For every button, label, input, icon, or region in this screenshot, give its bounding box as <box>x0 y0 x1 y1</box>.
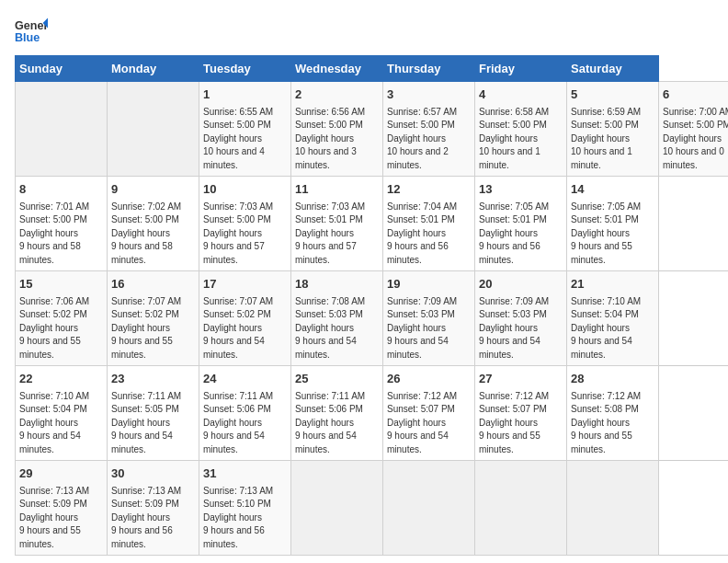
calendar-table: SundayMondayTuesdayWednesdayThursdayFrid… <box>15 55 728 556</box>
calendar-cell: 26Sunrise: 7:12 AMSunset: 5:07 PMDayligh… <box>383 366 475 461</box>
day-number: 26 <box>387 371 471 387</box>
calendar-cell: 9Sunrise: 7:02 AMSunset: 5:00 PMDaylight… <box>108 177 199 271</box>
calendar-cell: 13Sunrise: 7:05 AMSunset: 5:01 PMDayligh… <box>475 177 567 271</box>
calendar-cell: 28Sunrise: 7:12 AMSunset: 5:08 PMDayligh… <box>567 366 659 461</box>
calendar-cell: 5Sunrise: 6:59 AMSunset: 5:00 PMDaylight… <box>567 82 659 177</box>
calendar-cell: 20Sunrise: 7:09 AMSunset: 5:03 PMDayligh… <box>475 271 567 366</box>
weekday-header: Tuesday <box>199 56 291 82</box>
weekday-header: Friday <box>475 56 567 82</box>
day-number: 18 <box>295 276 379 293</box>
calendar-cell <box>475 461 567 556</box>
day-info: Sunrise: 7:03 AMSunset: 5:01 PMDaylight … <box>295 201 365 265</box>
day-info: Sunrise: 7:04 AMSunset: 5:01 PMDaylight … <box>387 201 457 265</box>
day-number: 1 <box>203 86 287 103</box>
calendar-cell: 3Sunrise: 6:57 AMSunset: 5:00 PMDaylight… <box>383 82 475 177</box>
day-number: 28 <box>571 371 654 387</box>
day-info: Sunrise: 7:02 AMSunset: 5:00 PMDaylight … <box>111 201 181 265</box>
day-number: 3 <box>387 86 471 103</box>
day-info: Sunrise: 7:12 AMSunset: 5:08 PMDaylight … <box>571 391 641 454</box>
calendar-cell: 15Sunrise: 7:06 AMSunset: 5:02 PMDayligh… <box>16 271 108 366</box>
day-info: Sunrise: 6:56 AMSunset: 5:00 PMDaylight … <box>295 107 365 170</box>
calendar-cell: 14Sunrise: 7:05 AMSunset: 5:01 PMDayligh… <box>567 177 659 271</box>
day-info: Sunrise: 6:58 AMSunset: 5:00 PMDaylight … <box>479 107 549 170</box>
day-info: Sunrise: 7:05 AMSunset: 5:01 PMDaylight … <box>571 201 641 265</box>
weekday-header: Monday <box>108 56 199 82</box>
day-number: 6 <box>663 86 728 103</box>
day-number: 2 <box>295 86 379 103</box>
calendar-cell: 29Sunrise: 7:13 AMSunset: 5:09 PMDayligh… <box>16 461 108 556</box>
day-number: 24 <box>203 371 287 387</box>
day-number: 13 <box>479 181 563 198</box>
calendar-cell: 10Sunrise: 7:03 AMSunset: 5:00 PMDayligh… <box>199 177 291 271</box>
calendar-cell: 17Sunrise: 7:07 AMSunset: 5:02 PMDayligh… <box>199 271 291 366</box>
day-number: 31 <box>203 465 287 482</box>
calendar-cell: 31Sunrise: 7:13 AMSunset: 5:10 PMDayligh… <box>199 461 291 556</box>
day-number: 11 <box>295 181 379 198</box>
day-info: Sunrise: 7:09 AMSunset: 5:03 PMDaylight … <box>479 296 549 360</box>
day-number: 30 <box>111 465 195 482</box>
day-info: Sunrise: 7:12 AMSunset: 5:07 PMDaylight … <box>387 391 457 454</box>
page-header: General Blue <box>15 15 713 48</box>
empty-cell <box>108 82 199 177</box>
weekday-header: Saturday <box>567 56 659 82</box>
calendar-cell: 1Sunrise: 6:55 AMSunset: 5:00 PMDaylight… <box>199 82 291 177</box>
calendar-cell: 2Sunrise: 6:56 AMSunset: 5:00 PMDaylight… <box>291 82 383 177</box>
day-info: Sunrise: 7:08 AMSunset: 5:03 PMDaylight … <box>295 296 365 360</box>
empty-cell <box>16 82 108 177</box>
day-number: 10 <box>203 181 287 198</box>
day-info: Sunrise: 7:10 AMSunset: 5:04 PMDaylight … <box>19 391 89 454</box>
day-number: 5 <box>571 86 654 103</box>
day-info: Sunrise: 7:05 AMSunset: 5:01 PMDaylight … <box>479 201 549 265</box>
day-info: Sunrise: 7:11 AMSunset: 5:06 PMDaylight … <box>203 391 273 454</box>
day-info: Sunrise: 7:01 AMSunset: 5:00 PMDaylight … <box>19 201 89 265</box>
calendar-cell <box>291 461 383 556</box>
day-info: Sunrise: 7:10 AMSunset: 5:04 PMDaylight … <box>571 296 641 360</box>
calendar-cell <box>383 461 475 556</box>
day-number: 19 <box>387 276 471 293</box>
day-number: 21 <box>571 276 654 293</box>
day-info: Sunrise: 6:55 AMSunset: 5:00 PMDaylight … <box>203 107 273 170</box>
day-info: Sunrise: 6:59 AMSunset: 5:00 PMDaylight … <box>571 107 641 170</box>
day-info: Sunrise: 7:13 AMSunset: 5:10 PMDaylight … <box>203 486 273 549</box>
day-number: 12 <box>387 181 471 198</box>
day-info: Sunrise: 7:09 AMSunset: 5:03 PMDaylight … <box>387 296 457 360</box>
day-number: 15 <box>19 276 103 293</box>
calendar-cell: 23Sunrise: 7:11 AMSunset: 5:05 PMDayligh… <box>108 366 199 461</box>
day-info: Sunrise: 7:11 AMSunset: 5:05 PMDaylight … <box>111 391 181 454</box>
calendar-cell: 24Sunrise: 7:11 AMSunset: 5:06 PMDayligh… <box>199 366 291 461</box>
calendar-cell: 4Sunrise: 6:58 AMSunset: 5:00 PMDaylight… <box>475 82 567 177</box>
day-info: Sunrise: 7:13 AMSunset: 5:09 PMDaylight … <box>111 486 181 549</box>
weekday-header: Thursday <box>383 56 475 82</box>
calendar-cell: 18Sunrise: 7:08 AMSunset: 5:03 PMDayligh… <box>291 271 383 366</box>
day-number: 27 <box>479 371 563 387</box>
logo: General Blue <box>15 15 48 48</box>
calendar-cell: 25Sunrise: 7:11 AMSunset: 5:06 PMDayligh… <box>291 366 383 461</box>
day-info: Sunrise: 7:06 AMSunset: 5:02 PMDaylight … <box>19 296 89 360</box>
calendar-cell: 16Sunrise: 7:07 AMSunset: 5:02 PMDayligh… <box>108 271 199 366</box>
day-info: Sunrise: 7:07 AMSunset: 5:02 PMDaylight … <box>203 296 273 360</box>
weekday-header: Wednesday <box>291 56 383 82</box>
day-number: 9 <box>111 181 195 198</box>
calendar-cell: 22Sunrise: 7:10 AMSunset: 5:04 PMDayligh… <box>16 366 108 461</box>
day-number: 8 <box>19 181 103 198</box>
day-number: 29 <box>19 465 103 482</box>
day-info: Sunrise: 7:11 AMSunset: 5:06 PMDaylight … <box>295 391 365 454</box>
weekday-header: Sunday <box>16 56 108 82</box>
day-number: 22 <box>19 371 103 387</box>
day-number: 14 <box>571 181 654 198</box>
calendar-cell: 6Sunrise: 7:00 AMSunset: 5:00 PMDaylight… <box>659 82 729 177</box>
day-info: Sunrise: 7:12 AMSunset: 5:07 PMDaylight … <box>479 391 549 454</box>
day-number: 25 <box>295 371 379 387</box>
calendar-cell: 12Sunrise: 7:04 AMSunset: 5:01 PMDayligh… <box>383 177 475 271</box>
calendar-cell: 19Sunrise: 7:09 AMSunset: 5:03 PMDayligh… <box>383 271 475 366</box>
day-number: 17 <box>203 276 287 293</box>
logo-icon: General Blue <box>15 15 48 48</box>
day-info: Sunrise: 7:00 AMSunset: 5:00 PMDaylight … <box>663 107 728 170</box>
day-number: 4 <box>479 86 563 103</box>
day-info: Sunrise: 7:13 AMSunset: 5:09 PMDaylight … <box>19 486 89 549</box>
day-number: 23 <box>111 371 195 387</box>
day-info: Sunrise: 7:07 AMSunset: 5:02 PMDaylight … <box>111 296 181 360</box>
calendar-cell: 30Sunrise: 7:13 AMSunset: 5:09 PMDayligh… <box>108 461 199 556</box>
calendar-cell: 21Sunrise: 7:10 AMSunset: 5:04 PMDayligh… <box>567 271 659 366</box>
day-number: 20 <box>479 276 563 293</box>
